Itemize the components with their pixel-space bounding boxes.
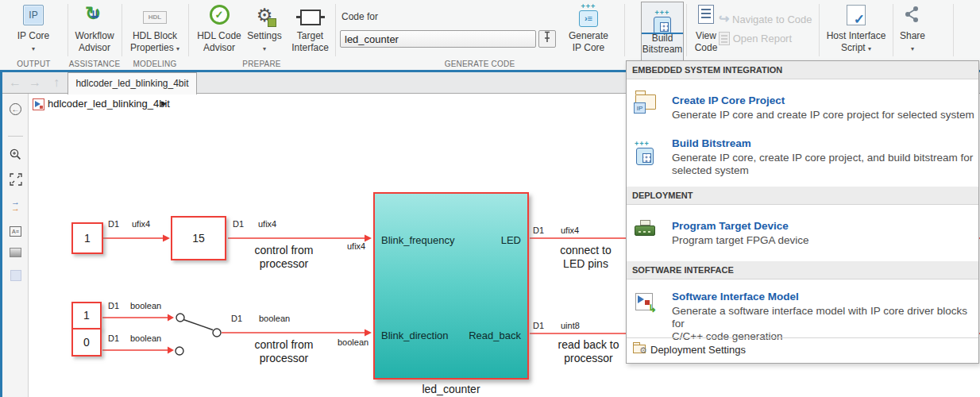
menu-item-desc: Program target FPGA device — [672, 234, 809, 247]
menu-item-title: Create IP Core Project — [672, 94, 785, 106]
signal-type-label: boolean — [130, 333, 161, 343]
led-counter-subsystem-block[interactable]: Blink_frequency Blink_direction LED Read… — [373, 192, 529, 380]
menu-item-title: Build Bitstream — [672, 137, 751, 149]
port-led: LED — [501, 234, 521, 246]
port-blink-direction: Blink_direction — [381, 330, 449, 341]
signal-type-label: ufix4 — [347, 241, 365, 251]
menu-divider — [627, 337, 978, 338]
constant-block-off[interactable]: 0 — [71, 328, 102, 357]
signal-type-label: uint8 — [561, 321, 580, 330]
tab-hdlcoder-led-blinking-4bit[interactable]: hdlcoder_led_blinking_4bit — [68, 72, 197, 94]
signal-rate-label: D1 — [108, 219, 119, 229]
signal-type-label: ufix4 — [258, 219, 276, 229]
signal-type-label: boolean — [130, 301, 161, 310]
signal-rate-label: D1 — [533, 225, 544, 235]
menu-item-desc: Generate IP core, create IP core project… — [672, 152, 973, 177]
signal-rate-label: D1 — [108, 333, 119, 343]
annotation-connect-to-led-pins: connect to LED pins — [540, 244, 631, 271]
deployment-settings-label: Deployment Settings — [650, 344, 746, 356]
software-interface-model-icon: ↳ — [635, 293, 653, 310]
signal-type-label: boolean — [259, 314, 290, 323]
port-read-back: Read_back — [469, 330, 521, 341]
menu-section-embedded: EMBEDDED SYSTEM INTEGRATION — [627, 61, 978, 79]
signal-rate-label: D1 — [233, 219, 244, 229]
constant-block-limit[interactable]: 15 — [171, 216, 226, 260]
menu-section-software-interface: SOFTWARE INTERFACE — [627, 261, 978, 279]
hdl-coder-app: IP IP Core ▾ ↻⇊ Workflow Advisor HDL HDL… — [0, 0, 980, 397]
constant-block-on[interactable]: 1 — [71, 302, 102, 330]
signal-rate-label: D1 — [231, 314, 242, 323]
manual-switch — [176, 314, 221, 355]
port-blink-frequency: Blink_frequency — [381, 234, 455, 246]
subsystem-name-label: led_counter — [373, 383, 529, 395]
menu-item-desc: Generate IP core and create IP core proj… — [672, 109, 974, 121]
create-ip-core-project-icon: IP — [635, 94, 656, 110]
build-bitstream-dropdown-menu: EMBEDDED SYSTEM INTEGRATION IP Create IP… — [626, 60, 979, 364]
menu-section-deployment: DEPLOYMENT — [627, 187, 978, 205]
signal-type-label: ufix4 — [132, 219, 150, 229]
annotation-control-from-processor-1: control from processor — [234, 244, 334, 271]
deployment-settings-icon: ⚙ — [633, 342, 650, 357]
program-target-device-icon — [635, 225, 655, 236]
signal-rate-label: D1 — [108, 301, 119, 310]
signal-type-label: boolean — [338, 337, 368, 347]
menu-item-title: Software Interface Model — [672, 291, 799, 303]
annotation-control-from-processor-2: control from processor — [234, 338, 334, 365]
annotation-read-back-to-processor: read back to processor — [542, 338, 635, 365]
menu-item-title: Program Target Device — [672, 220, 789, 232]
build-bitstream-icon: +++ — [635, 141, 655, 165]
constant-block-freq[interactable]: 1 — [71, 222, 103, 254]
signal-rate-label: D1 — [533, 321, 544, 330]
signal-type-label: ufix4 — [561, 225, 579, 235]
